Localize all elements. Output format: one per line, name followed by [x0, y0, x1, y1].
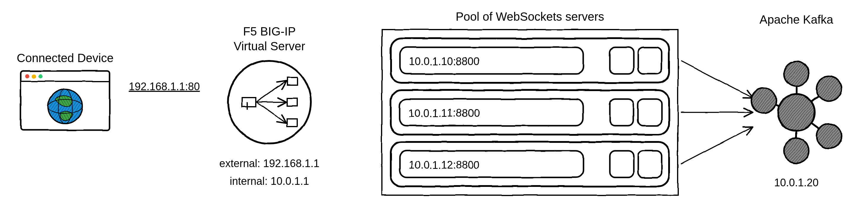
pool-title: Pool of WebSockets servers [456, 10, 604, 23]
load-balancer: F5 BIG-IP Virtual Server external: 192.1… [219, 25, 319, 187]
svg-rect-16 [242, 98, 256, 106]
svg-rect-26 [610, 47, 633, 74]
svg-rect-27 [638, 47, 662, 74]
svg-point-48 [816, 124, 841, 148]
server-addr-0: 10.0.1.10:8800 [408, 55, 479, 67]
svg-point-8 [25, 74, 29, 78]
svg-point-47 [816, 76, 841, 101]
kafka-addr: 10.0.1.20 [774, 177, 818, 189]
svg-rect-30 [610, 99, 633, 126]
svg-rect-34 [610, 151, 633, 177]
server-addr-2: 10.0.1.12:8800 [408, 159, 479, 171]
svg-rect-19 [287, 98, 297, 106]
svg-rect-20 [287, 119, 297, 127]
svg-point-45 [784, 62, 809, 87]
svg-rect-18 [287, 77, 297, 85]
server-row-2: 10.0.1.12:8800 [391, 142, 669, 186]
server-row-1: 10.0.1.11:8800 [391, 90, 669, 135]
svg-line-36 [681, 61, 752, 98]
svg-line-38 [681, 127, 752, 164]
connected-device: Connected Device [17, 51, 114, 130]
svg-point-49 [751, 88, 776, 113]
lb-title-line1: F5 BIG-IP [243, 25, 296, 38]
kafka-icon [751, 62, 841, 163]
lb-internal-label: internal: 10.0.1.1 [230, 175, 309, 187]
svg-point-44 [778, 94, 815, 131]
server-addr-1: 10.0.1.11:8800 [408, 107, 479, 119]
svg-point-9 [32, 74, 36, 78]
device-title: Connected Device [17, 51, 114, 65]
lb-external-label: external: 192.168.1.1 [219, 157, 319, 169]
load-balancer-icon [228, 61, 311, 143]
device-connect-label: 192.168.1.1:80 [129, 80, 200, 93]
kafka-title: Apache Kafka [760, 13, 833, 26]
arrow-device-to-lb: 192.168.1.1:80 [116, 80, 219, 102]
lb-title-line2: Virtual Server [234, 40, 305, 53]
arrows-pool-to-kafka [681, 61, 752, 164]
svg-point-10 [38, 74, 42, 78]
browser-icon [21, 71, 110, 130]
globe-icon [48, 89, 82, 124]
svg-point-46 [784, 138, 809, 163]
kafka: Apache Kafka 10.0.1.20 [751, 13, 841, 189]
server-row-0: 10.0.1.10:8800 [391, 38, 669, 83]
server-pool: Pool of WebSockets servers 10.0.1.10:880… [382, 10, 678, 195]
svg-rect-35 [638, 151, 662, 177]
svg-rect-31 [638, 99, 662, 126]
